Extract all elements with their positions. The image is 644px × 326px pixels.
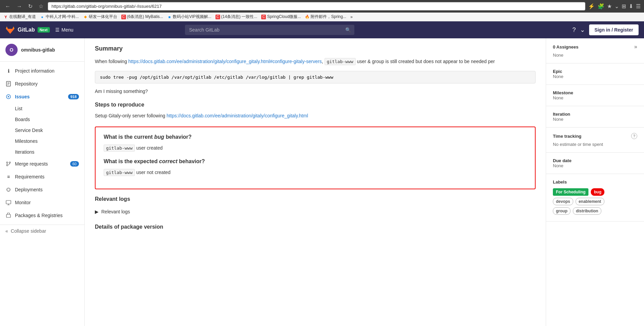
bookmarks-bar: Y 在线翻译_有道 ● 中科人才网-中科... ◆ 研发一体化平台 C (6条消…: [0, 13, 644, 21]
sidebar-item-label: Project information: [15, 68, 55, 74]
hamburger-icon: ☰: [55, 27, 60, 33]
gitlab-logo[interactable]: GitLab Next: [5, 25, 50, 35]
label-enablement[interactable]: enablement: [576, 198, 604, 205]
relevant-logs-label: Relevant logs: [101, 209, 130, 214]
sidebar-item-project-info[interactable]: ℹ Project information: [0, 64, 84, 77]
bug-description: gitlab-www user created: [104, 144, 527, 152]
signin-button[interactable]: Sign in / Register: [589, 24, 639, 35]
label-for-scheduling[interactable]: For Scheduling: [553, 188, 588, 196]
expand-assignees-icon[interactable]: »: [634, 44, 637, 50]
forward-button[interactable]: →: [15, 3, 24, 10]
milestone-value: None: [553, 95, 637, 100]
svg-point-7: [6, 165, 8, 166]
epic-value: None: [553, 74, 637, 79]
bookmark-icon-4: C: [121, 15, 126, 19]
label-group[interactable]: group: [553, 207, 570, 215]
relevant-logs-toggle[interactable]: ▶ Relevant logs: [95, 206, 536, 217]
sidebar-subitem-list[interactable]: List: [15, 103, 84, 114]
assignees-section: 0 Assignees » None: [546, 38, 644, 63]
sidebar-nav: ℹ Project information Repository: [0, 62, 84, 225]
sidebar-item-label: Requirements: [15, 174, 44, 179]
steps-link[interactable]: https://docs.gitlab.com/ee/administratio…: [167, 113, 308, 118]
window-icon: ⊞: [622, 3, 626, 9]
details-heading: Details of package version: [95, 224, 536, 230]
puzzle-icon: 🧩: [598, 3, 604, 9]
milestone-label: Milestone: [553, 90, 637, 95]
bookmark-icon-2: ●: [40, 15, 45, 19]
browser-chrome: ← → ↻ ☆ ⚡ 🧩 ★ ⌄ ⊞ ⬇ ☰: [0, 0, 644, 13]
help-button[interactable]: ?: [573, 26, 576, 34]
lightning-icon: ⚡: [588, 3, 595, 9]
code-gitlab-www: gitlab-www: [325, 58, 356, 65]
collapse-sidebar[interactable]: « Collapse sidebar: [0, 225, 84, 237]
time-tracking-help-icon[interactable]: ?: [631, 133, 637, 139]
chevron-button[interactable]: ⌄: [580, 26, 585, 34]
bookmark-mail[interactable]: 🔥 附件邮件，Spring...: [305, 14, 346, 20]
monitor-icon: [5, 199, 12, 206]
url-bar[interactable]: [48, 2, 585, 11]
sidebar-subitem-boards[interactable]: Boards: [15, 114, 84, 125]
bookmark-icon-5: ■: [167, 15, 172, 19]
bookmark-youdao[interactable]: Y 在线翻译_有道: [3, 14, 36, 20]
sidebar-subitem-milestones[interactable]: Milestones: [15, 136, 84, 147]
issues-icon: [5, 94, 12, 100]
bookmark-mybatis[interactable]: C (6条消息) MyBatis...: [121, 14, 163, 20]
next-badge: Next: [38, 27, 50, 33]
label-devops[interactable]: devops: [553, 198, 573, 205]
bookmark-zhongke[interactable]: ● 中科人才网-中科...: [40, 14, 79, 20]
search-icon: 🔍: [345, 27, 351, 33]
bookmark-icon-6: C: [215, 15, 220, 19]
sidebar: O omnibus-gitlab ℹ Project information: [0, 38, 85, 326]
summary-link-1[interactable]: https://docs.gitlab.com/ee/administratio…: [128, 59, 322, 64]
back-button[interactable]: ←: [3, 3, 12, 10]
bookmark-consistency[interactable]: C (14条消息) 一致性...: [215, 14, 257, 20]
sidebar-item-deployments[interactable]: Deployments: [0, 183, 84, 196]
relevant-logs-heading: Relevant logs: [95, 196, 536, 202]
bookmark-video[interactable]: ■ 数码小站VIP视频解...: [167, 14, 211, 20]
bookmark-research[interactable]: ◆ 研发一体化平台: [83, 14, 117, 20]
svg-rect-11: [6, 214, 11, 217]
project-name: omnibus-gitlab: [21, 47, 55, 53]
sidebar-item-monitor[interactable]: Monitor: [0, 196, 84, 209]
bookmark-spring[interactable]: C SpringCloud微服...: [261, 14, 301, 20]
iteration-value: None: [553, 117, 637, 122]
gitlab-name: GitLab: [18, 27, 35, 33]
sidebar-item-repository[interactable]: Repository: [0, 77, 84, 90]
svg-point-6: [6, 162, 8, 163]
packages-icon: [5, 212, 12, 218]
refresh-button[interactable]: ↻: [26, 2, 34, 10]
sidebar-item-merge-requests[interactable]: Merge requests 60: [0, 157, 84, 170]
sidebar-item-label: Merge requests: [15, 161, 48, 167]
expected-em: correct: [159, 158, 178, 164]
expected-suffix: behavior?: [178, 158, 205, 164]
sidebar-subitem-service-desk[interactable]: Service Desk: [15, 125, 84, 136]
subitem-label: Iterations: [15, 149, 35, 155]
sidebar-item-requirements[interactable]: ≡ Requirements: [0, 170, 84, 183]
header-menu[interactable]: ☰ Menu: [55, 27, 74, 33]
sidebar-subitem-iterations[interactable]: Iterations: [15, 147, 84, 157]
star-icon: ★: [607, 3, 612, 9]
browser-icons: ⚡ 🧩 ★ ⌄ ⊞ ⬇ ☰: [588, 3, 641, 9]
bug-heading-suffix: behavior?: [164, 134, 192, 140]
sidebar-item-issues[interactable]: Issues 918: [0, 90, 84, 103]
sidebar-item-packages[interactable]: Packages & Registries: [0, 209, 84, 222]
home-button[interactable]: ☆: [37, 2, 45, 10]
svg-rect-10: [6, 200, 11, 204]
merge-icon: [5, 161, 12, 167]
menu-icon: ☰: [636, 3, 641, 9]
subitem-label: Milestones: [15, 138, 38, 144]
search-input[interactable]: [185, 25, 354, 35]
due-date-section: Due date None: [546, 153, 644, 174]
right-sidebar: 0 Assignees » None Epic None Milestone N…: [546, 38, 644, 326]
bookmark-more[interactable]: »: [350, 14, 353, 20]
project-header[interactable]: O omnibus-gitlab: [0, 38, 84, 62]
label-bug[interactable]: bug: [591, 188, 604, 196]
expected-text: user not created: [136, 170, 170, 175]
sidebar-item-label: Repository: [15, 81, 38, 87]
iteration-section: Iteration None: [546, 106, 644, 128]
bug-code: gitlab-www: [104, 145, 135, 152]
subitem-label: List: [15, 106, 22, 111]
label-distribution[interactable]: distribution: [573, 207, 601, 215]
download-icon: ⬇: [629, 3, 633, 9]
steps-heading: Steps to reproduce: [95, 102, 536, 108]
